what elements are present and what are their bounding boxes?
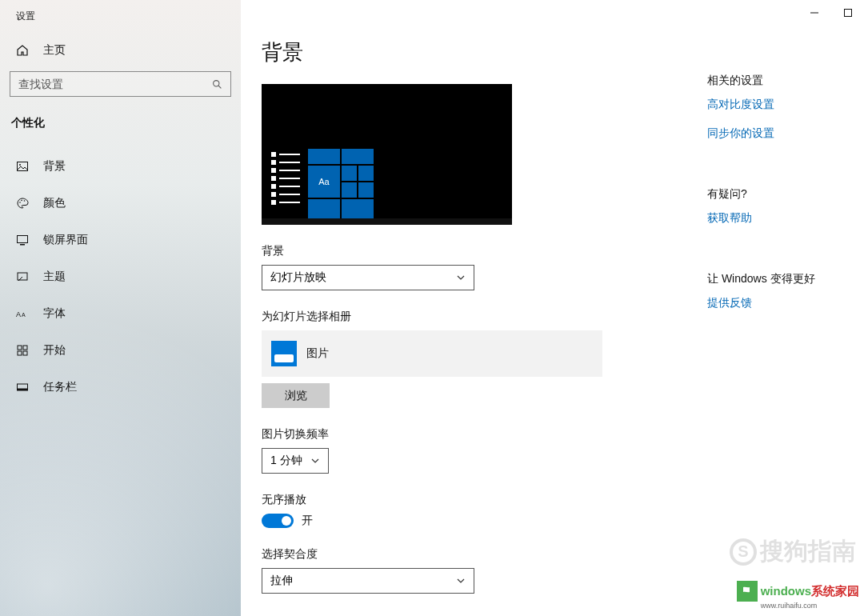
fit-value: 拉伸 — [270, 574, 293, 588]
interval-dropdown[interactable]: 1 分钟 — [262, 448, 329, 474]
nav-label: 背景 — [43, 159, 66, 174]
watermark-windows: windows系统家园 www.ruihaifu.com — [737, 581, 859, 610]
themes-icon — [16, 270, 29, 283]
taskbar-icon — [16, 381, 29, 394]
svg-point-5 — [21, 200, 22, 202]
nav-item-taskbar[interactable]: 任务栏 — [0, 369, 241, 406]
interval-value: 1 分钟 — [270, 454, 302, 468]
svg-text:A: A — [16, 310, 21, 318]
chevron-down-icon — [456, 576, 466, 586]
album-value: 图片 — [306, 346, 329, 361]
watermark-sogou: S搜狗指南 — [730, 535, 856, 568]
start-icon — [16, 344, 29, 357]
svg-point-6 — [24, 200, 26, 202]
interval-label: 图片切换频率 — [262, 427, 843, 442]
lockscreen-icon — [16, 234, 29, 246]
nav-label: 锁屏界面 — [43, 233, 88, 247]
nav-label: 字体 — [43, 306, 66, 321]
right-column: 相关的设置 高对比度设置 同步你的设置 有疑问? 获取帮助 让 Windows … — [707, 74, 843, 325]
nav-item-background[interactable]: 背景 — [0, 148, 241, 185]
svg-rect-8 — [20, 244, 25, 246]
svg-rect-12 — [18, 346, 22, 350]
feedback-title: 让 Windows 变得更好 — [707, 272, 843, 286]
nav-label: 主题 — [43, 270, 66, 284]
svg-point-4 — [19, 202, 21, 203]
nav-item-themes[interactable]: 主题 — [0, 258, 241, 295]
folder-icon — [271, 341, 297, 366]
main-content: 背景 Aa 背景 幻灯片放映 为幻灯片选择 — [241, 0, 864, 616]
svg-point-3 — [19, 164, 21, 166]
home-icon — [16, 44, 29, 57]
nav-item-fonts[interactable]: AA 字体 — [0, 295, 241, 332]
window-controls — [805, 3, 858, 22]
nav-label: 开始 — [43, 343, 66, 358]
question-title: 有疑问? — [707, 187, 843, 202]
high-contrast-link[interactable]: 高对比度设置 — [707, 98, 843, 112]
search-input[interactable] — [18, 78, 194, 90]
background-dropdown[interactable]: 幻灯片放映 — [262, 265, 474, 290]
svg-rect-7 — [18, 236, 28, 243]
nav-item-start[interactable]: 开始 — [0, 332, 241, 369]
fit-dropdown[interactable]: 拉伸 — [262, 568, 474, 594]
svg-rect-2 — [18, 162, 28, 171]
chevron-down-icon — [310, 456, 320, 466]
related-title: 相关的设置 — [707, 74, 843, 88]
nav-item-colors[interactable]: 颜色 — [0, 185, 241, 222]
flag-icon — [737, 581, 758, 602]
svg-rect-19 — [845, 10, 852, 17]
sync-settings-link[interactable]: 同步你的设置 — [707, 126, 843, 141]
svg-rect-9 — [18, 273, 27, 280]
svg-text:A: A — [22, 312, 26, 318]
home-label: 主页 — [43, 43, 66, 58]
background-value: 幻灯片放映 — [270, 270, 326, 285]
browse-button[interactable]: 浏览 — [262, 383, 330, 408]
svg-line-1 — [218, 86, 221, 88]
chevron-down-icon — [456, 273, 466, 282]
home-nav[interactable]: 主页 — [0, 34, 241, 66]
palette-icon — [16, 197, 29, 210]
section-title: 个性化 — [0, 105, 241, 137]
search-icon — [212, 79, 222, 90]
search-input-wrap[interactable] — [10, 71, 231, 97]
maximize-button[interactable] — [838, 3, 858, 22]
shuffle-state: 开 — [302, 514, 313, 528]
fonts-icon: AA — [16, 307, 29, 320]
album-row[interactable]: 图片 — [262, 330, 602, 377]
nav-item-lockscreen[interactable]: 锁屏界面 — [0, 222, 241, 258]
preview-aa-tile: Aa — [308, 166, 340, 198]
get-help-link[interactable]: 获取帮助 — [707, 211, 843, 226]
feedback-link[interactable]: 提供反馈 — [707, 296, 843, 310]
svg-rect-15 — [23, 351, 27, 355]
page-title: 背景 — [262, 0, 843, 84]
svg-rect-17 — [18, 389, 28, 391]
desktop-preview: Aa — [262, 84, 512, 225]
window-title: 设置 — [0, 8, 241, 34]
nav-label: 任务栏 — [43, 380, 77, 394]
svg-point-0 — [214, 80, 219, 86]
minimize-button[interactable] — [805, 3, 824, 22]
svg-rect-13 — [23, 346, 27, 350]
sidebar: 设置 主页 个性化 背景 颜色 — [0, 0, 241, 616]
svg-rect-14 — [18, 351, 22, 355]
nav-list: 背景 颜色 锁屏界面 主题 AA 字体 开始 — [0, 148, 241, 406]
nav-label: 颜色 — [43, 196, 66, 210]
shuffle-toggle[interactable] — [262, 514, 294, 528]
picture-icon — [16, 160, 29, 173]
shuffle-label: 无序播放 — [262, 493, 843, 507]
